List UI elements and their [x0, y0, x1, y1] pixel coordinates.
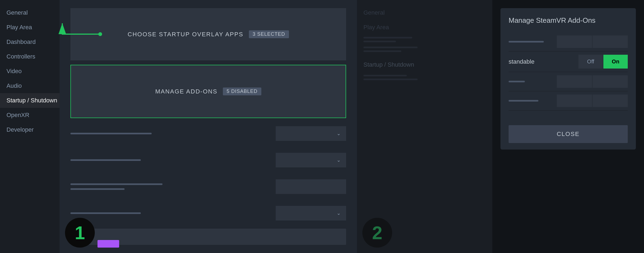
- toggle-placeholder-4: [593, 75, 628, 88]
- center-panel: General Play Area Startup / Shutdown 2: [357, 0, 492, 253]
- chevron-down-icon: ⌄: [337, 210, 341, 216]
- toggle-placeholder-1: [557, 35, 592, 48]
- manage-addons-button[interactable]: MANAGE ADD-ONS 5 DISABLED: [70, 65, 346, 118]
- chevron-down-icon: ⌄: [337, 157, 341, 163]
- setting-row-2: ⌄: [70, 149, 346, 171]
- sidebar-item-audio[interactable]: Audio: [0, 79, 60, 93]
- center-bar-5: [363, 75, 407, 76]
- addon-bar-1: [509, 41, 544, 43]
- toggle-group-4: [557, 95, 628, 107]
- dropdown-2[interactable]: ⌄: [276, 153, 346, 167]
- addon-name-standable: standable: [509, 58, 544, 65]
- center-bar-6: [363, 79, 418, 80]
- modal-spacer: [509, 111, 628, 119]
- right-panel: Manage SteamVR Add-Ons standable Off On: [492, 0, 644, 253]
- toggle-group-standable: Off On: [578, 55, 628, 69]
- toggle-off-button[interactable]: Off: [578, 55, 603, 69]
- selected-badge: 3 SELECTED: [249, 30, 289, 38]
- toggle-placeholder-3: [557, 75, 592, 88]
- left-sidebar: General Play Area Dashboard Controllers …: [0, 0, 60, 253]
- setting-row-1: ⌄: [70, 122, 346, 145]
- choose-startup-overlay-button[interactable]: CHOOSE STARTUP OVERLAY APPS 3 SELECTED: [70, 8, 346, 60]
- center-bar-3: [363, 47, 418, 48]
- addon-row-standable: standable Off On: [509, 51, 628, 72]
- sidebar-item-developer[interactable]: Developer: [0, 122, 60, 137]
- label-bar: [70, 133, 152, 134]
- manage-addons-modal: Manage SteamVR Add-Ons standable Off On: [500, 8, 636, 150]
- label-bar: [70, 212, 141, 214]
- addon-row-3: [509, 72, 628, 91]
- setting-row-3: [70, 176, 346, 198]
- modal-title: Manage SteamVR Add-Ons: [509, 16, 628, 25]
- addon-bar-3: [509, 81, 525, 82]
- toggle-empty: [276, 179, 346, 194]
- sidebar-item-video[interactable]: Video: [0, 64, 60, 79]
- center-bar-4: [363, 50, 401, 52]
- chevron-down-icon: ⌄: [337, 131, 341, 137]
- sidebar-item-startup-shutdown[interactable]: Startup / Shutdown: [0, 93, 60, 108]
- disabled-badge: 5 DISABLED: [223, 87, 261, 95]
- sidebar-item-dashboard[interactable]: Dashboard: [0, 35, 60, 49]
- setting-label-3: [70, 183, 270, 190]
- toggle-group-3: [557, 75, 628, 88]
- label-bar: [70, 159, 141, 161]
- sidebar-item-general[interactable]: General: [0, 5, 60, 20]
- setting-row-4: ⌄: [70, 202, 346, 224]
- dropdown-1[interactable]: ⌄: [276, 126, 346, 141]
- manage-addons-label: MANAGE ADD-ONS: [155, 88, 217, 95]
- center-bar-1: [363, 37, 412, 38]
- pink-bar-decoration: [97, 240, 119, 248]
- step-number-2: 2: [362, 218, 392, 248]
- sidebar-item-openxr[interactable]: OpenXR: [0, 108, 60, 122]
- label-bar: [70, 183, 162, 185]
- toggle-placeholder-2: [593, 35, 628, 48]
- setting-label-4: [70, 212, 270, 214]
- main-content: CHOOSE STARTUP OVERLAY APPS 3 SELECTED M…: [60, 0, 357, 253]
- sidebar-item-play-area[interactable]: Play Area: [0, 20, 60, 35]
- dropdown-3[interactable]: ⌄: [276, 206, 346, 220]
- toggle-on-button[interactable]: On: [603, 55, 628, 69]
- addon-row-1: [509, 32, 628, 51]
- toggle-placeholder-5: [557, 95, 592, 107]
- setting-label-2: [70, 159, 270, 161]
- toggle-placeholder-6: [593, 95, 628, 107]
- addon-bar-4: [509, 100, 538, 102]
- center-nav-general: General: [357, 5, 492, 20]
- toggle-group-1: [557, 35, 628, 48]
- center-bar-2: [363, 41, 396, 42]
- close-button[interactable]: CLOSE: [509, 125, 628, 143]
- setting-label-1: [70, 133, 270, 134]
- choose-startup-label: CHOOSE STARTUP OVERLAY APPS: [128, 31, 243, 38]
- center-nav-play-area: Play Area: [357, 20, 492, 35]
- label-bar-sub: [70, 188, 125, 190]
- step-number-1: 1: [65, 218, 95, 248]
- sidebar-item-controllers[interactable]: Controllers: [0, 49, 60, 64]
- addon-row-4: [509, 91, 628, 111]
- center-nav-startup-shutdown: Startup / Shutdown: [357, 57, 492, 72]
